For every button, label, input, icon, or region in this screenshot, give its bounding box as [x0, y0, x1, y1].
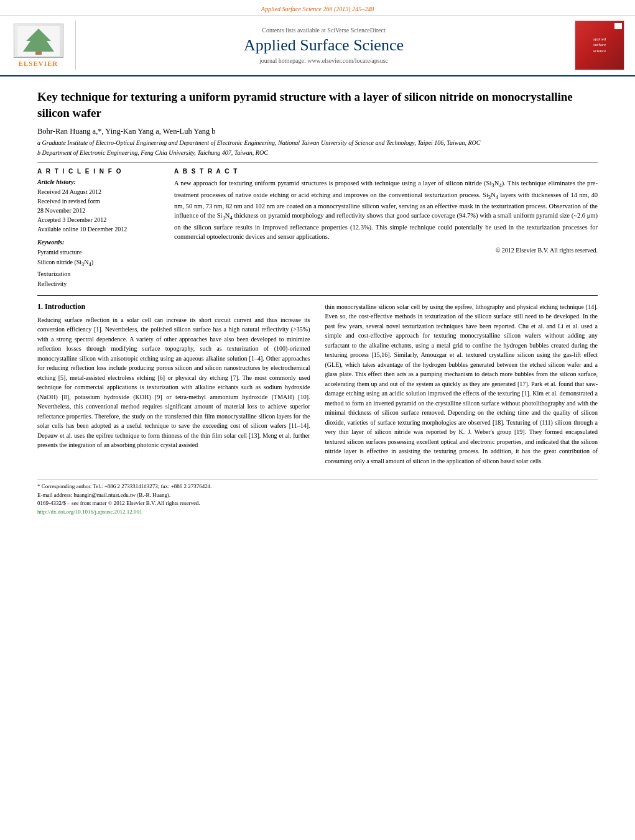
affiliation-a: a Graduate Institute of Electro-Optical … — [37, 139, 598, 147]
article-title: Key technique for texturing a uniform py… — [37, 89, 598, 121]
info-abstract-section: A R T I C L E I N F O Article history: R… — [37, 168, 598, 288]
elsevier-logo-image — [14, 24, 63, 58]
header-area: ELSEVIER Contents lists available at Sci… — [0, 16, 635, 76]
footnote-doi: http://dx.doi.org/10.1016/j.apsusc.2012.… — [37, 508, 598, 517]
keyword-4: Reflectivity — [37, 279, 162, 289]
elsevier-brand-text: ELSEVIER — [19, 60, 58, 67]
article-info-heading: A R T I C L E I N F O — [37, 168, 162, 175]
logo-flag — [614, 23, 622, 29]
keyword-1: Pyramid structure — [37, 247, 162, 257]
page-container: Applied Surface Science 266 (2013) 245–2… — [0, 0, 635, 522]
main-content: Key technique for texturing a uniform py… — [0, 76, 635, 522]
body-right-col: thin monocrystalline silicon solar cell … — [325, 302, 598, 470]
sciverse-line: Contents lists available at SciVerse Sci… — [262, 27, 386, 34]
available-date: Available online 10 December 2012 — [37, 224, 162, 234]
abstract-heading: A B S T R A C T — [174, 168, 598, 175]
journal-title: Applied Surface Science — [244, 36, 404, 55]
journal-reference: Applied Surface Science 266 (2013) 245–2… — [261, 6, 374, 12]
footnote-email: E-mail address: huangin@mail.ntust.edu.t… — [37, 491, 598, 500]
keyword-3: Texturization — [37, 269, 162, 279]
authors-line: Bohr-Ran Huang a,*, Ying-Kan Yang a, Wen… — [37, 127, 598, 136]
intro-para1: Reducing surface reflection in a solar c… — [37, 315, 310, 450]
affiliation-b: b Department of Electronic Engineering, … — [37, 149, 598, 157]
body-left-col: 1. Introduction Reducing surface reflect… — [37, 302, 310, 470]
elsevier-logo-area: ELSEVIER — [7, 21, 76, 70]
received-date: Received 24 August 2012 — [37, 187, 162, 196]
svg-rect-2 — [35, 52, 42, 55]
copyright-line: © 2012 Elsevier B.V. All rights reserved… — [174, 247, 598, 254]
revised-date: 28 November 2012 — [37, 206, 162, 215]
header-right: appliedsurfacescience — [572, 21, 628, 70]
article-info-col: A R T I C L E I N F O Article history: R… — [37, 168, 162, 288]
top-bar: Applied Surface Science 266 (2013) 245–2… — [0, 0, 635, 16]
footnote-corresponding: * Corresponding author. Tel.: +886 2 273… — [37, 482, 598, 491]
article-history-label: Article history: — [37, 178, 162, 185]
article-history-items: Received 24 August 2012 Received in revi… — [37, 187, 162, 234]
keyword-2: Silicon nitride (Si3N4) — [37, 257, 162, 269]
journal-logo-text: appliedsurfacescience — [591, 34, 609, 56]
abstract-col: A B S T R A C T A new approach for textu… — [174, 168, 598, 288]
intro-para2: thin monocrystalline silicon solar cell … — [325, 302, 598, 466]
header-center: Contents lists available at SciVerse Sci… — [82, 21, 565, 70]
body-section: 1. Introduction Reducing surface reflect… — [37, 302, 598, 470]
keywords-heading: Keywords: — [37, 239, 162, 246]
section-divider — [37, 295, 598, 296]
divider-1 — [37, 162, 598, 163]
abstract-text: A new approach for texturing uniform pyr… — [174, 178, 598, 242]
affiliations: a Graduate Institute of Electro-Optical … — [37, 139, 598, 157]
intro-heading: 1. Introduction — [37, 302, 310, 312]
journal-logo-box: appliedsurfacescience — [575, 21, 624, 70]
received-revised-label: Received in revised form — [37, 196, 162, 206]
footnote-issn: 0169-4332/$ – see front matter © 2012 El… — [37, 499, 598, 508]
homepage-line: journal homepage: www.elsevier.com/locat… — [259, 57, 388, 64]
keywords-list: Pyramid structure Silicon nitride (Si3N4… — [37, 247, 162, 288]
footnote-area: * Corresponding author. Tel.: +886 2 273… — [37, 479, 598, 516]
accepted-date: Accepted 3 December 2012 — [37, 215, 162, 224]
